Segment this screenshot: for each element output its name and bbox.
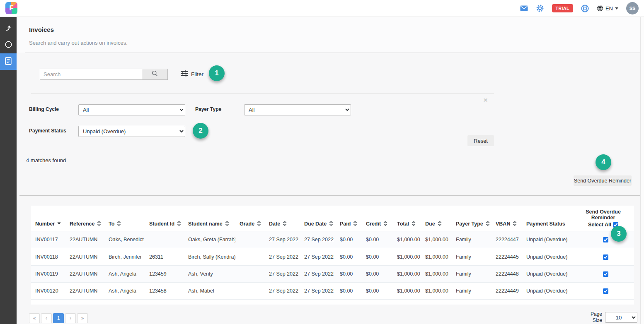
up-down-carets-icon	[383, 221, 387, 226]
column-label: To	[109, 221, 114, 226]
billing-cycle-select[interactable]: All	[78, 104, 185, 115]
sidebar-item-invoices[interactable]	[0, 53, 17, 70]
column-header-payer-type[interactable]: Payer Type	[452, 206, 491, 231]
up-down-carets-icon	[283, 221, 287, 226]
billing-cycle-label: Billing Cycle	[29, 106, 59, 112]
step-badge-3: 3	[611, 226, 627, 242]
column-header-credit[interactable]: Credit	[362, 206, 393, 231]
caret-down-icon	[615, 7, 618, 10]
reset-button[interactable]: Reset	[467, 135, 494, 146]
invoice-table-card: NumberReferenceToStudent IdStudent nameG…	[31, 206, 634, 305]
column-header-total[interactable]: Total	[393, 206, 421, 231]
matches-found-text: 4 matches found	[26, 157, 66, 163]
column-header-due-date[interactable]: Due Date	[300, 206, 336, 231]
pagination-page-1-button[interactable]: 1	[53, 313, 64, 323]
cell-grade	[235, 265, 265, 282]
column-header-date[interactable]: Date	[265, 206, 300, 231]
cell-number: INV00118	[31, 248, 65, 265]
language-selector[interactable]: EN	[597, 5, 618, 12]
up-down-carets-icon	[257, 221, 261, 226]
payment-status-select[interactable]: Unpaid (Overdue)	[78, 126, 185, 137]
invoice-table-header-row: NumberReferenceToStudent IdStudent nameG…	[31, 206, 634, 231]
send-overdue-reminder-button[interactable]: Send Overdue Reminder	[574, 175, 632, 186]
invoice-row: INV0011722AUTUMNOaks, BenedictOaks, Gret…	[31, 231, 634, 248]
up-down-carets-icon	[97, 221, 101, 226]
cell-reference: 22AUTUMN	[65, 231, 104, 248]
sidebar-item-circle[interactable]	[0, 37, 17, 53]
mail-icon[interactable]	[520, 5, 528, 11]
column-label: Payer Type	[456, 221, 483, 226]
up-down-carets-icon	[225, 221, 229, 226]
cell-to: Ash, Angela	[104, 282, 145, 299]
cell-payment-status: Unpaid (Overdue)	[522, 231, 574, 248]
row-select-checkbox[interactable]	[603, 288, 608, 294]
cell-to: Birch, Jennifer	[104, 248, 145, 265]
row-select-checkbox[interactable]	[603, 271, 608, 277]
app-logo[interactable]: F	[5, 2, 17, 14]
cell-credit: $0.00	[362, 248, 393, 265]
column-header-vban[interactable]: VBAN	[491, 206, 522, 231]
vertical-scrollbar[interactable]	[640, 17, 644, 324]
column-header-student-id[interactable]: Student Id	[145, 206, 184, 231]
cell-grade	[235, 248, 265, 265]
search-input[interactable]	[40, 69, 142, 80]
cell-reference: 22AUTUMN	[65, 282, 104, 299]
avatar[interactable]: SS	[626, 2, 639, 14]
row-select-checkbox[interactable]	[603, 237, 608, 242]
cell-vban: 22224445	[491, 248, 522, 265]
circle-icon	[5, 41, 12, 50]
column-header-number[interactable]: Number	[31, 206, 65, 231]
page-size-select[interactable]: 10	[605, 312, 637, 323]
column-label: Total	[397, 221, 409, 226]
cell-grade	[235, 282, 265, 299]
cell-send-reminder-select	[574, 282, 634, 299]
cell-send-reminder-select	[574, 248, 634, 265]
column-label: Payment Status	[526, 221, 565, 226]
app-screen: F TRIAL EN SS	[0, 0, 644, 324]
cell-total: $1,000.00	[393, 248, 421, 265]
payer-type-label: Payer Type	[195, 106, 221, 112]
close-icon[interactable]: ×	[483, 96, 488, 104]
pagination-last-button[interactable]: »	[77, 313, 88, 323]
select-column-title: Send Overdue Reminder	[575, 209, 632, 221]
cell-paid: $0.00	[336, 248, 362, 265]
up-down-carets-icon	[513, 221, 517, 226]
up-down-carets-icon	[438, 221, 442, 226]
globe-icon	[597, 5, 603, 12]
column-label: Grade	[240, 221, 254, 226]
payer-type-select[interactable]: All	[244, 104, 351, 115]
gear-icon[interactable]	[536, 4, 544, 12]
column-label: Date	[269, 221, 280, 226]
cell-payment-status: Unpaid (Overdue)	[522, 282, 574, 299]
page-size-label: Page Size	[589, 311, 602, 324]
cell-vban: 22224447	[491, 231, 522, 248]
column-header-due[interactable]: Due	[421, 206, 452, 231]
column-header-paid[interactable]: Paid	[336, 206, 362, 231]
level-up-arrow-icon	[5, 24, 12, 33]
pagination-next-button[interactable]: ›	[65, 313, 76, 323]
column-header-to[interactable]: To	[104, 206, 145, 231]
pagination-prev-button[interactable]: ‹	[41, 313, 52, 323]
cell-grade	[235, 231, 265, 248]
cell-due-date: 27 Sep 2022	[300, 265, 336, 282]
page-size-control: Page Size 10	[589, 311, 637, 324]
cell-due: $1,000.00	[421, 248, 452, 265]
search-button[interactable]	[142, 69, 168, 80]
column-label: Number	[35, 221, 55, 226]
invoice-row: INV0011922AUTUMNAsh, Angela123459Ash, Ve…	[31, 265, 634, 282]
cell-date: 27 Sep 2022	[265, 282, 300, 299]
column-header-student-name[interactable]: Student name	[184, 206, 235, 231]
cell-paid: $0.00	[336, 265, 362, 282]
search-row	[40, 69, 168, 80]
help-ring-icon[interactable]	[581, 5, 589, 12]
column-label: Reference	[70, 221, 94, 226]
column-header-reference[interactable]: Reference	[65, 206, 104, 231]
column-header-grade[interactable]: Grade	[235, 206, 265, 231]
pagination-first-button[interactable]: «	[29, 313, 40, 323]
invoice-row: INV0012022AUTUMNAsh, Angela123458Ash, Ma…	[31, 282, 634, 299]
topbar: F TRIAL EN SS	[0, 0, 644, 17]
sidebar-item-level-up[interactable]	[0, 20, 17, 37]
row-select-checkbox[interactable]	[603, 254, 608, 260]
filter-toggle[interactable]: Filter	[181, 69, 203, 80]
cell-student-name: Ash, Verity	[184, 265, 235, 282]
